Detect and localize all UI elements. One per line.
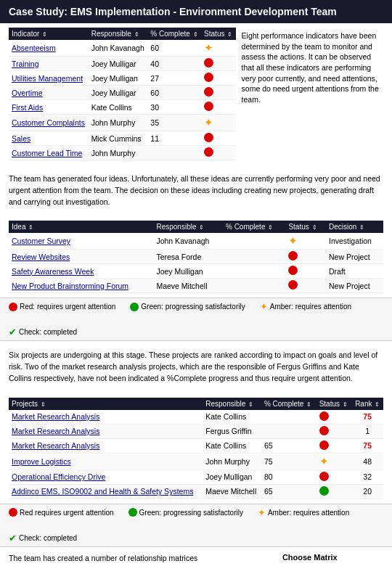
- project-link[interactable]: Market Research Analysis: [12, 427, 99, 435]
- ideas-intro-text: The team has generated four ideas. Unfor…: [9, 173, 383, 208]
- indicator-status: [201, 100, 236, 115]
- ideas-col-responsible: Responsible ⇕: [153, 221, 223, 233]
- indicator-responsible: Joey Mulligan: [89, 71, 148, 86]
- table-row: Market Research Analysis Kate Collins 75: [9, 410, 383, 424]
- idea-link[interactable]: Customer Survey: [12, 237, 70, 245]
- indicator-name: Sales: [9, 131, 89, 146]
- indicator-responsible: Joey Mulligar: [89, 86, 148, 100]
- project-link[interactable]: Operational Efficiency Drive: [12, 472, 105, 481]
- project-name: Improve Logistics: [9, 453, 203, 469]
- indicator-link[interactable]: Overtime: [12, 89, 43, 97]
- project-link[interactable]: Addinco EMS, ISO9002 and Health & Safety…: [12, 487, 193, 496]
- table-row: Customer Survey John Kavanagh ✦ Investig…: [9, 233, 383, 250]
- proj-col-status: Status ⇕: [317, 398, 352, 410]
- project-link[interactable]: Improve Logistics: [12, 457, 71, 466]
- indicators-layout: Indicator ⇕ Responsible ⇕ % Complete ⇕ S…: [9, 28, 383, 160]
- table-row: Operational Efficiency Drive Joey Mullig…: [9, 469, 383, 484]
- bottom-section: The team has created a number of relatio…: [0, 547, 392, 567]
- project-link[interactable]: Market Research Analysis: [12, 412, 99, 421]
- legend2-amber-icon: ✦: [258, 507, 266, 518]
- indicator-responsible: John Murphy: [89, 146, 148, 160]
- indicator-complete: 35: [147, 115, 201, 131]
- ideas-intro: The team has generated four ideas. Unfor…: [0, 165, 392, 216]
- indicator-link[interactable]: Utilities Management: [12, 74, 83, 83]
- proj-col-complete: % Complete ⇕: [261, 398, 317, 410]
- idea-complete: [223, 250, 285, 264]
- ideas-col-idea: Idea ⇕: [9, 221, 153, 233]
- idea-link[interactable]: New Product Brainstorming Forum: [12, 282, 128, 290]
- legend-green-icon: [130, 303, 139, 311]
- legend-green: Green: progressing satisfactorily: [130, 303, 245, 311]
- choose-matrix-title: Choose Matrix: [237, 553, 383, 562]
- status-red-icon: [288, 280, 298, 290]
- status-amber-icon: ✦: [204, 41, 213, 54]
- legend-amber-label: Amber: requires attention: [270, 303, 351, 311]
- indicator-responsible: Mick Cummins: [89, 131, 148, 146]
- projects-table: Projects ⇕ Responsible ⇕ % Complete ⇕ St…: [9, 398, 383, 499]
- table-row: Market Research Analysis Kate Collins 65…: [9, 438, 383, 453]
- table-row: Market Research Analysis Fergus Griffin …: [9, 424, 383, 438]
- project-complete: 75: [261, 453, 317, 469]
- project-complete: [261, 410, 317, 424]
- project-status: [317, 438, 352, 453]
- indicator-responsible: John Murphy: [89, 115, 148, 131]
- legend1: Red: requires urgent attention Green: pr…: [0, 298, 392, 341]
- indicator-name: Customer Complaints: [9, 115, 89, 131]
- project-complete: 80: [261, 469, 317, 484]
- page-title: EMS Implementation - Environment Develop…: [70, 6, 337, 17]
- indicator-link[interactable]: Sales: [12, 134, 30, 143]
- indicator-complete: 40: [147, 57, 201, 71]
- idea-complete: [223, 264, 285, 279]
- legend2-check-icon: ✔: [9, 533, 17, 544]
- project-status: [317, 410, 352, 424]
- indicator-status: ✦: [201, 40, 236, 57]
- project-responsible: Kate Collins: [203, 438, 261, 453]
- indicator-name: Customer Lead Time: [9, 146, 89, 160]
- status-red-icon: [204, 147, 213, 157]
- indicator-link[interactable]: First Aids: [12, 103, 43, 112]
- indicator-link[interactable]: Customer Lead Time: [12, 149, 82, 157]
- proj-col-project: Projects ⇕: [9, 398, 203, 410]
- legend-amber: ✦ Amber: requires attention: [260, 301, 351, 312]
- indicator-complete: 27: [147, 71, 201, 86]
- project-rank: 1: [351, 424, 383, 438]
- indicator-name: Utilities Management: [9, 71, 89, 86]
- project-responsible: John Murphy: [203, 453, 261, 469]
- idea-status: [285, 264, 326, 279]
- indicator-complete: 60: [147, 40, 201, 57]
- legend-check-icon: ✔: [9, 327, 17, 337]
- legend2-check: ✔ Check: completed: [9, 533, 77, 544]
- proj-col-rank: Rank ⇕: [351, 398, 383, 410]
- legend-red-icon: [9, 303, 17, 311]
- legend2-red-icon: [9, 508, 17, 517]
- projects-intro: Six projects are undergoing at this stag…: [0, 341, 392, 393]
- indicator-link[interactable]: Training: [12, 60, 39, 68]
- page-header: Case Study: EMS Implementation - Environ…: [0, 0, 392, 23]
- indicators-table: Indicator ⇕ Responsible ⇕ % Complete ⇕ S…: [9, 28, 236, 160]
- legend2-green: Green: progressing satisfactorily: [128, 508, 243, 517]
- status-red-icon: [288, 251, 298, 261]
- table-row: Improve Logistics John Murphy 75 ✦ 48: [9, 453, 383, 469]
- project-link[interactable]: Market Research Analysis: [12, 441, 99, 450]
- indicators-section: Indicator ⇕ Responsible ⇕ % Complete ⇕ S…: [0, 23, 392, 165]
- indicator-status: [201, 71, 236, 86]
- idea-decision: Investigation: [326, 233, 383, 250]
- table-row: Utilities Management Joey Mulligan 27: [9, 71, 236, 86]
- table-row: Review Websites Teresa Forde New Project: [9, 250, 383, 264]
- idea-responsible: Maeve Mitchell: [153, 279, 223, 293]
- legend-red: Red: requires urgent attention: [9, 303, 115, 311]
- idea-name: Safety Awareness Week: [9, 264, 153, 279]
- ideas-col-status: Status ⇕: [285, 221, 326, 233]
- table-row: Customer Complaints John Murphy 35 ✦: [9, 115, 236, 131]
- ideas-table: Idea ⇕ Responsible ⇕ % Complete ⇕ Status…: [9, 221, 383, 293]
- indicator-link[interactable]: Customer Complaints: [12, 118, 85, 127]
- idea-decision: New Project: [326, 279, 383, 293]
- idea-link[interactable]: Review Websites: [12, 253, 70, 261]
- project-rank: 20: [351, 484, 383, 499]
- indicator-status: [201, 86, 236, 100]
- legend2-amber-label: Amber: requires attention: [268, 509, 349, 517]
- idea-link[interactable]: Safety Awareness Week: [12, 267, 94, 276]
- indicator-responsible: Joey Mulligar: [89, 57, 148, 71]
- indicator-link[interactable]: Absenteeism: [12, 44, 56, 52]
- indicator-status: [201, 131, 236, 146]
